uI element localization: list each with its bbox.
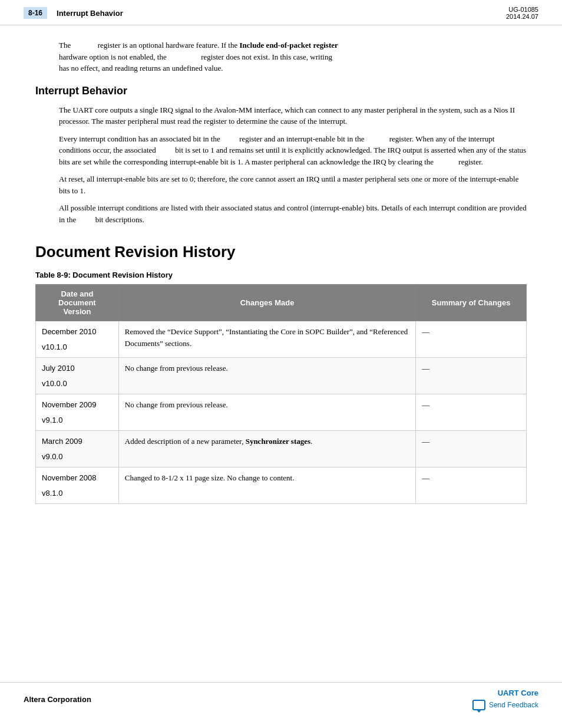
page: 8-16 Interrupt Behavior UG-01085 2014.24… [0, 0, 562, 728]
date-main: July 2010 [42, 363, 113, 374]
interrupt-behavior-heading: Interrupt Behavior [35, 85, 527, 97]
body-para-1: The UART core outputs a single IRQ signa… [35, 104, 527, 127]
col-header-summary: Summary of Changes [416, 285, 527, 321]
table-cell-changes: Added description of a new parameter, Sy… [118, 431, 415, 467]
table-row: March 2009 v9.0.0 Added description of a… [36, 431, 527, 467]
body-para-4: All possible interrupt conditions are li… [35, 202, 527, 225]
page-footer: Altera Corporation UART Core Send Feedba… [0, 682, 562, 716]
page-number: 8-16 [24, 7, 47, 19]
date-version: v9.1.0 [42, 414, 113, 426]
intro-para: The register is an optional hardware fea… [35, 39, 527, 74]
table-cell-changes: No change from previous release. [118, 358, 415, 394]
header-left: 8-16 Interrupt Behavior [24, 7, 123, 19]
doc-date: 2014.24.07 [506, 13, 538, 20]
company-name: Altera Corporation [24, 695, 91, 704]
table-cell-summary: — [416, 467, 527, 504]
date-main: December 2010 [42, 326, 113, 338]
table-cell-changes: Changed to 8-1/2 x 11 page size. No chan… [118, 467, 415, 504]
table-cell-date: November 2009 v9.1.0 [36, 394, 119, 431]
date-main: November 2009 [42, 399, 113, 411]
date-version: v10.0.0 [42, 378, 113, 390]
date-main: March 2009 [42, 436, 113, 447]
col-header-changes: Changes Made [118, 285, 415, 321]
page-header: 8-16 Interrupt Behavior UG-01085 2014.24… [0, 0, 562, 25]
date-version: v8.1.0 [42, 487, 113, 499]
table-cell-date: November 2008 v8.1.0 [36, 467, 119, 504]
table-cell-summary: — [416, 394, 527, 431]
table-caption: Table 8-9: Document Revision History [35, 271, 527, 279]
bold-text: Include end-of-packet register [239, 41, 338, 50]
body-para-2: Every interrupt condition has an associa… [35, 133, 527, 168]
revision-table: Date andDocumentVersion Changes Made Sum… [35, 284, 527, 504]
date-version: v9.0.0 [42, 451, 113, 463]
bold-param: Synchronizer stages [246, 437, 310, 446]
feedback-icon [472, 700, 485, 710]
feedback-label: Send Feedback [489, 701, 538, 709]
doc-id: UG-01085 [506, 6, 538, 13]
table-cell-date: July 2010 v10.0.0 [36, 358, 119, 394]
send-feedback-button[interactable]: Send Feedback [472, 700, 538, 710]
uart-core-link[interactable]: UART Core [498, 689, 538, 697]
table-cell-changes: Removed the “Device Support”, “Instantia… [118, 321, 415, 358]
body-para-3: At reset, all interrupt-enable bits are … [35, 173, 527, 196]
date-version: v10.1.0 [42, 341, 113, 353]
main-content: The register is an optional hardware fea… [0, 25, 562, 528]
table-cell-changes: No change from previous release. [118, 394, 415, 431]
table-row: November 2008 v8.1.0 Changed to 8-1/2 x … [36, 467, 527, 504]
table-cell-date: March 2009 v9.0.0 [36, 431, 119, 467]
table-row: July 2010 v10.0.0 No change from previou… [36, 358, 527, 394]
table-row: December 2010 v10.1.0 Removed the “Devic… [36, 321, 527, 358]
table-cell-summary: — [416, 321, 527, 358]
table-cell-summary: — [416, 431, 527, 467]
table-cell-date: December 2010 v10.1.0 [36, 321, 119, 358]
doc-revision-heading: Document Revision History [35, 243, 527, 261]
table-cell-summary: — [416, 358, 527, 394]
date-main: November 2008 [42, 472, 113, 484]
footer-right: UART Core Send Feedback [472, 689, 538, 710]
table-row: November 2009 v9.1.0 No change from prev… [36, 394, 527, 431]
header-right: UG-01085 2014.24.07 [506, 6, 538, 20]
col-header-date: Date andDocumentVersion [36, 285, 119, 321]
header-section-title: Interrupt Behavior [57, 9, 123, 18]
